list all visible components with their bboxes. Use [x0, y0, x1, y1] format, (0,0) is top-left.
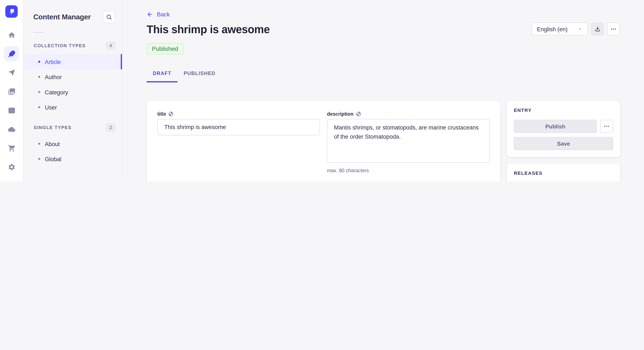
description-textarea[interactable]: Mantis shrimps, or stomatopods, are mari…: [327, 119, 490, 163]
home-icon[interactable]: [4, 27, 19, 42]
subnav-item-global[interactable]: Global: [24, 151, 122, 167]
ellipsis-icon: [610, 26, 617, 32]
header-more-button[interactable]: [607, 22, 620, 35]
chevron-down-icon: [578, 26, 582, 31]
title-field-label: title: [158, 111, 166, 117]
subnav-item-label: Global: [45, 156, 61, 162]
title-field: title: [158, 111, 320, 181]
subnav-divider: [33, 32, 43, 33]
back-label: Back: [157, 11, 170, 18]
subnav-item-label: Article: [45, 58, 61, 65]
back-link[interactable]: Back: [146, 11, 170, 18]
content-manager-subnav: Content Manager COLLECTION TYPES 4 Artic…: [24, 0, 122, 181]
cloud-icon[interactable]: [4, 122, 19, 137]
releases-panel-title: RELEASES: [514, 171, 613, 175]
main-content: English (en) Back This shrimp is awesome…: [122, 0, 644, 181]
subnav-item-author[interactable]: Author: [24, 69, 122, 84]
description-hint: max. 80 characters: [327, 168, 490, 174]
download-button[interactable]: [591, 22, 604, 35]
subnav-item-label: Author: [45, 74, 62, 80]
i18n-globe-icon: [168, 112, 173, 117]
edit-form-card: title description Mantis shrimps, or sto…: [146, 101, 500, 181]
bullet-icon: [38, 91, 40, 93]
subnav-item-label: About: [45, 141, 60, 147]
status-badge: Published: [146, 43, 183, 54]
entry-panel-title: ENTRY: [514, 108, 613, 113]
subnav-item-category[interactable]: Category: [24, 84, 122, 100]
content-type-builder-icon[interactable]: [4, 103, 19, 118]
header-actions: English (en): [532, 22, 620, 35]
description-field: description Mantis shrimps, or stomatopo…: [327, 111, 490, 181]
download-icon: [594, 26, 601, 32]
subnav-title: Content Manager: [33, 13, 91, 21]
bullet-icon: [38, 106, 40, 108]
i18n-globe-icon: [356, 112, 361, 117]
section-count-badge: 4: [106, 41, 116, 50]
search-button[interactable]: [103, 11, 116, 23]
strapi-app: KD Content Manager COLLECTION TYPES 4 Ar…: [0, 0, 644, 181]
title-input[interactable]: [158, 119, 320, 135]
entry-more-button[interactable]: [600, 120, 613, 133]
subnav-item-about[interactable]: About: [24, 136, 122, 151]
tab-draft[interactable]: DRAFT: [146, 68, 178, 82]
bullet-icon: [38, 143, 40, 145]
icon-rail: KD: [0, 0, 24, 181]
section-label: COLLECTION TYPES: [34, 43, 86, 48]
section-count-badge: 2: [106, 123, 116, 132]
bullet-icon: [38, 158, 40, 160]
back-arrow-icon: [146, 11, 153, 18]
marketplace-cart-icon[interactable]: [4, 141, 19, 155]
tab-published[interactable]: PUBLISHED: [178, 68, 222, 82]
media-library-icon[interactable]: [4, 84, 19, 99]
side-panel-column: ENTRY Publish Save RELEASES Will be publ…: [507, 101, 620, 181]
collection-types-section: COLLECTION TYPES 4 Article Author Catego…: [24, 40, 122, 115]
search-icon: [106, 14, 112, 20]
content-manager-feather-icon[interactable]: [4, 46, 19, 61]
description-field-label: description: [327, 111, 354, 117]
publish-button[interactable]: Publish: [514, 120, 597, 133]
section-label: SINGLE TYPES: [34, 125, 72, 130]
ellipsis-icon: [603, 123, 610, 130]
version-tabs: DRAFT PUBLISHED: [146, 68, 644, 82]
subnav-item-user[interactable]: User: [24, 100, 122, 115]
subnav-item-label: User: [45, 104, 57, 111]
rail-nav: [4, 27, 19, 174]
locale-value: English (en): [537, 26, 568, 32]
strapi-logo[interactable]: [5, 5, 18, 18]
bullet-icon: [38, 61, 40, 63]
locale-select[interactable]: English (en): [532, 22, 588, 35]
bullet-icon: [38, 76, 40, 78]
subnav-item-label: Category: [45, 89, 68, 95]
strapi-logo-glyph: [7, 7, 16, 16]
single-types-section: SINGLE TYPES 2 About Global: [24, 122, 122, 167]
releases-panel: RELEASES Will be published in Spring Sum…: [507, 164, 620, 181]
save-button[interactable]: Save: [514, 137, 613, 150]
settings-gear-icon[interactable]: [4, 160, 19, 174]
send-icon[interactable]: [4, 65, 19, 80]
entry-panel: ENTRY Publish Save: [507, 101, 620, 157]
subnav-item-article[interactable]: Article: [24, 54, 122, 69]
